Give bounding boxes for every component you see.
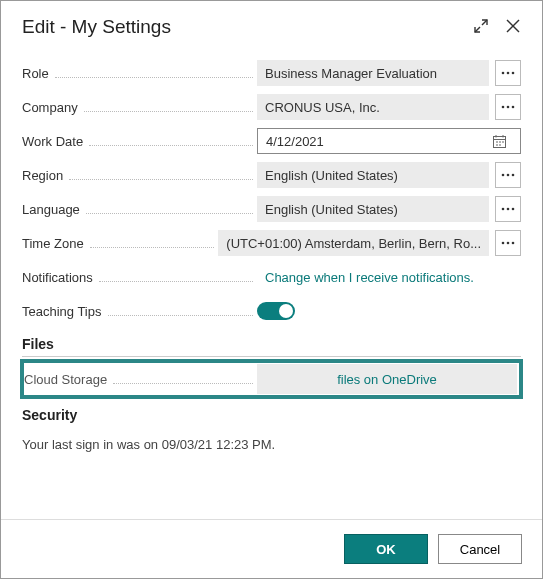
region-lookup-button[interactable]	[495, 162, 521, 188]
row-role: Role Business Manager Evaluation	[22, 56, 521, 90]
label-cloud-storage: Cloud Storage	[24, 372, 107, 387]
workdate-input[interactable]: 4/12/2021	[257, 128, 521, 154]
label-teaching-tips: Teaching Tips	[22, 304, 102, 319]
svg-point-5	[512, 106, 515, 109]
language-lookup-button[interactable]	[495, 196, 521, 222]
close-icon[interactable]	[505, 18, 521, 37]
cancel-button[interactable]: Cancel	[438, 534, 522, 564]
row-notifications: Notifications Change when I receive noti…	[22, 260, 521, 294]
svg-point-3	[502, 106, 505, 109]
cloud-storage-value[interactable]: files on OneDrive	[257, 364, 517, 394]
row-cloud-storage: Cloud Storage files on OneDrive	[20, 359, 523, 399]
timezone-lookup-button[interactable]	[495, 230, 521, 256]
svg-point-17	[512, 174, 515, 177]
last-signin-text: Your last sign in was on 09/03/21 12:23 …	[22, 437, 521, 452]
ok-button[interactable]: OK	[344, 534, 428, 564]
label-notifications: Notifications	[22, 270, 93, 285]
timezone-value[interactable]: (UTC+01:00) Amsterdam, Berlin, Bern, Ro.…	[218, 230, 489, 256]
svg-point-4	[507, 106, 510, 109]
row-workdate: Work Date 4/12/2021	[22, 124, 521, 158]
role-value[interactable]: Business Manager Evaluation	[257, 60, 489, 86]
dialog-footer: OK Cancel	[1, 519, 542, 578]
svg-point-23	[512, 242, 515, 245]
company-value[interactable]: CRONUS USA, Inc.	[257, 94, 489, 120]
row-region: Region English (United States)	[22, 158, 521, 192]
region-value[interactable]: English (United States)	[257, 162, 489, 188]
language-value[interactable]: English (United States)	[257, 196, 489, 222]
dialog-header: Edit - My Settings	[2, 2, 541, 46]
svg-point-18	[502, 208, 505, 211]
row-company: Company CRONUS USA, Inc.	[22, 90, 521, 124]
svg-point-0	[502, 72, 505, 75]
notifications-link[interactable]: Change when I receive notifications.	[257, 270, 521, 285]
label-language: Language	[22, 202, 80, 217]
label-role: Role	[22, 66, 49, 81]
dialog-title: Edit - My Settings	[22, 16, 473, 38]
row-teaching-tips: Teaching Tips	[22, 294, 521, 328]
svg-point-19	[507, 208, 510, 211]
settings-dialog: Edit - My Settings Role Business Manager…	[0, 0, 543, 579]
section-security: Security	[22, 407, 521, 427]
role-lookup-button[interactable]	[495, 60, 521, 86]
workdate-value: 4/12/2021	[266, 134, 324, 149]
row-language: Language English (United States)	[22, 192, 521, 226]
label-timezone: Time Zone	[22, 236, 84, 251]
company-lookup-button[interactable]	[495, 94, 521, 120]
row-timezone: Time Zone (UTC+01:00) Amsterdam, Berlin,…	[22, 226, 521, 260]
teaching-tips-toggle[interactable]	[257, 302, 295, 320]
label-region: Region	[22, 168, 63, 183]
svg-point-1	[507, 72, 510, 75]
svg-point-20	[512, 208, 515, 211]
svg-point-2	[512, 72, 515, 75]
svg-point-15	[502, 174, 505, 177]
label-company: Company	[22, 100, 78, 115]
expand-icon[interactable]	[473, 18, 489, 37]
label-workdate: Work Date	[22, 134, 83, 149]
calendar-icon[interactable]	[486, 129, 512, 153]
section-files: Files	[22, 336, 521, 357]
svg-point-21	[502, 242, 505, 245]
svg-point-22	[507, 242, 510, 245]
svg-point-16	[507, 174, 510, 177]
dialog-content: Role Business Manager Evaluation Company…	[2, 46, 541, 452]
